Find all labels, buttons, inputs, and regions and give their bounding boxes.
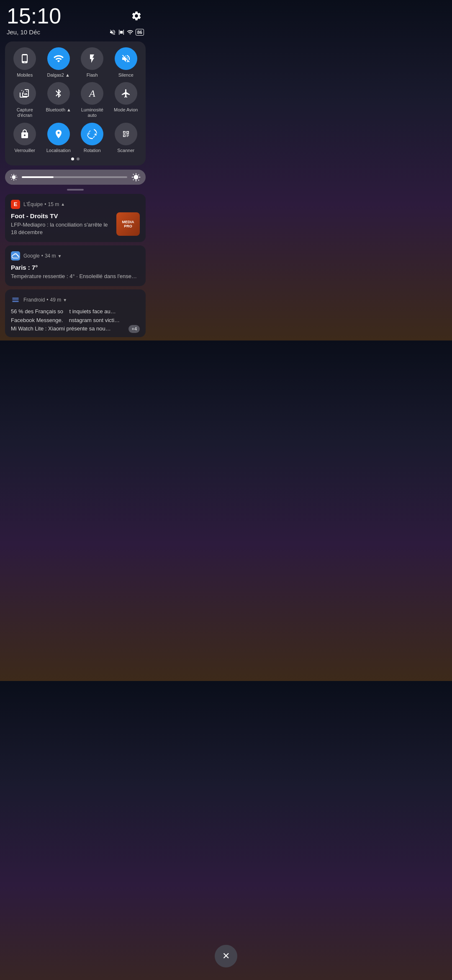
status-bar: 15:10 Jeu, 10 Déc 86 [0, 0, 151, 37]
status-icons: 86 [109, 29, 144, 36]
qs-mobile[interactable]: Mobiles [9, 47, 41, 78]
qs-silence-icon [115, 47, 137, 70]
qs-screenshot[interactable]: Capture d'écran [9, 82, 41, 118]
brightness-slider[interactable] [5, 170, 146, 185]
qs-wifi-icon [47, 47, 70, 70]
google-app-icon [11, 251, 20, 260]
qs-wifi[interactable]: Dalgas2 ▲ [43, 47, 74, 78]
brightness-min-icon [10, 173, 18, 181]
frandroid-line2: Facebook Messenge. nstagram sont victi… [11, 317, 140, 324]
qs-rotation-label: Rotation [84, 148, 101, 153]
qs-brightness-label: Luminosité auto [77, 107, 108, 118]
notification-google[interactable]: Google • 34 m ▼ Paris : 7° Température r… [5, 245, 146, 286]
notification-frandroid[interactable]: Frandroid • 49 m ▼ 56 % des Français so … [5, 289, 146, 337]
expand-chevron: ▲ [61, 202, 65, 206]
clock: 15:10 [7, 5, 61, 27]
qs-lock[interactable]: Verrouiller [9, 123, 41, 153]
quick-settings-panel: Mobiles Dalgas2 ▲ Flash Silence [5, 41, 146, 165]
qs-flash-label: Flash [87, 72, 98, 78]
google-content: Paris : 7° Température ressentie : 4° · … [11, 264, 140, 280]
equipe-content: Foot - Droits TV LFP-Mediapro : la conci… [11, 212, 112, 236]
qs-bluetooth[interactable]: Bluetooth ▲ [43, 82, 74, 118]
qs-bluetooth-label: Bluetooth ▲ [46, 107, 71, 113]
quick-settings-grid: Mobiles Dalgas2 ▲ Flash Silence [9, 47, 141, 153]
qs-mobile-icon [13, 47, 36, 70]
qs-screenshot-icon [13, 82, 36, 105]
signal-icon [118, 29, 125, 36]
brightness-track[interactable] [22, 176, 127, 178]
qs-airplane[interactable]: Mode Avion [110, 82, 142, 118]
equipe-title: Foot - Droits TV [11, 212, 112, 219]
expand-chevron-frandroid: ▼ [63, 298, 67, 302]
brightness-max-icon [131, 173, 141, 182]
qs-silence-label: Silence [118, 72, 134, 78]
qs-silence[interactable]: Silence [110, 47, 142, 78]
equipe-body: LFP-Mediapro : la conciliation s'arrête … [11, 221, 112, 236]
dot-2 [77, 157, 80, 160]
google-meta: Google • 34 m ▼ [23, 253, 62, 259]
settings-button[interactable] [129, 8, 144, 23]
qs-scanner-label: Scanner [117, 148, 134, 153]
qs-brightness-icon: A [81, 82, 103, 105]
frandroid-line3: Mi Watch Lite : Xiaomi présente sa nou… … [11, 325, 140, 333]
qs-screenshot-label: Capture d'écran [9, 107, 41, 118]
expand-chevron-google: ▼ [58, 254, 62, 258]
google-body: Température ressentie : 4° · Ensoleillé … [11, 273, 140, 280]
qs-flash[interactable]: Flash [77, 47, 108, 78]
mute-icon [109, 29, 116, 36]
frandroid-content: 56 % des Français so t inquiets face au…… [11, 308, 140, 333]
frandroid-line1: 56 % des Français so t inquiets face au… [11, 308, 140, 315]
more-badge: +4 [128, 325, 140, 333]
qs-bluetooth-icon [47, 82, 70, 105]
wifi-status-icon [127, 29, 134, 36]
qs-lock-icon [13, 123, 36, 145]
qs-lock-label: Verrouiller [14, 148, 35, 153]
drag-handle [67, 189, 84, 191]
qs-airplane-label: Mode Avion [114, 107, 138, 113]
qs-brightness[interactable]: A Luminosité auto [77, 82, 108, 118]
equipe-app-icon: E [11, 200, 20, 209]
battery-indicator: 86 [136, 29, 144, 36]
qs-location-label: Localisation [46, 148, 71, 153]
brightness-fill [22, 176, 54, 178]
qs-scanner-icon [115, 123, 137, 145]
pagination-dots [9, 157, 141, 160]
frandroid-app-icon [11, 295, 20, 304]
notification-equipe[interactable]: E L'Équipe • 15 m ▲ Foot - Droits TV LFP… [5, 194, 146, 242]
qs-rotation[interactable]: Rotation [77, 123, 108, 153]
qs-flash-icon [81, 47, 103, 70]
dot-1 [71, 157, 74, 160]
frandroid-meta: Frandroid • 49 m ▼ [23, 297, 67, 303]
qs-scanner[interactable]: Scanner [110, 123, 142, 153]
google-title: Paris : 7° [11, 264, 140, 271]
qs-location-icon [47, 123, 70, 145]
mediapro-thumbnail: MEDIAPRO [116, 212, 140, 236]
qs-wifi-label: Dalgas2 ▲ [47, 72, 70, 78]
qs-airplane-icon [115, 82, 137, 105]
date: Jeu, 10 Déc [7, 28, 40, 36]
qs-rotation-icon [81, 123, 103, 145]
qs-mobile-label: Mobiles [17, 72, 33, 78]
qs-location[interactable]: Localisation [43, 123, 74, 153]
equipe-meta: L'Équipe • 15 m ▲ [23, 201, 65, 207]
